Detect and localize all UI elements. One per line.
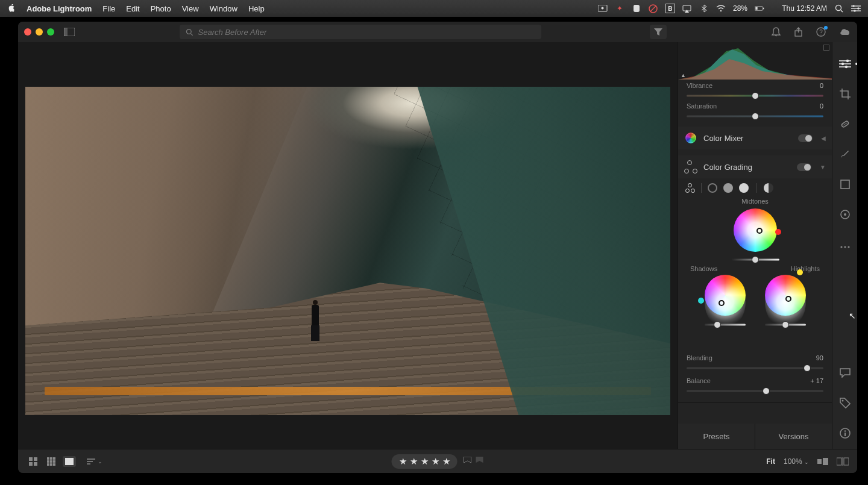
control-center-icon[interactable] [851, 4, 861, 13]
tool-info-icon[interactable] [838, 426, 852, 440]
saturation-row: Saturation0 [678, 100, 832, 120]
thumbnail-size-icon[interactable] [817, 458, 828, 465]
filter-button[interactable] [650, 25, 667, 39]
battery-icon[interactable] [755, 4, 764, 13]
tab-presets[interactable]: Presets [678, 424, 755, 449]
midtones-luminance-slider[interactable] [731, 255, 779, 264]
chevron-down-icon[interactable]: ▼ [820, 164, 826, 171]
blending-value[interactable]: 90 [816, 354, 823, 361]
cg-tab-global[interactable] [764, 183, 773, 193]
spotlight-icon[interactable] [834, 4, 844, 13]
svg-point-16 [857, 7, 860, 10]
tool-crop[interactable] [838, 87, 852, 101]
apple-icon[interactable] [7, 4, 16, 13]
svg-rect-63 [817, 459, 822, 464]
svg-rect-59 [65, 458, 74, 465]
highlights-wheel[interactable] [765, 275, 806, 329]
menubar-app-icon-1[interactable]: ✦ [615, 4, 624, 13]
menu-edit[interactable]: Edit [126, 4, 139, 13]
menu-window[interactable]: Window [210, 4, 237, 13]
svg-rect-66 [844, 458, 849, 465]
color-grading-toggle[interactable] [797, 163, 811, 171]
menu-file[interactable]: File [102, 4, 115, 13]
saturation-slider[interactable] [687, 112, 823, 120]
menu-help[interactable]: Help [248, 4, 265, 13]
view-single-icon[interactable] [63, 456, 76, 467]
vibrance-value[interactable]: 0 [820, 82, 823, 89]
tab-versions[interactable]: Versions [755, 424, 832, 449]
search-input[interactable] [198, 28, 535, 37]
compare-view-icon[interactable] [837, 457, 849, 466]
tool-more-icon[interactable] [838, 240, 852, 254]
menu-photo[interactable]: Photo [151, 4, 171, 13]
share-icon[interactable] [794, 27, 803, 37]
cg-tab-midtones[interactable] [723, 183, 733, 193]
search-bar[interactable] [180, 25, 541, 39]
cg-tab-highlights[interactable] [739, 183, 749, 193]
histogram-clip-left[interactable]: ▲ [681, 72, 686, 78]
svg-rect-45 [844, 433, 846, 436]
balance-value[interactable]: + 17 [810, 377, 823, 384]
tool-radial-gradient[interactable] [838, 207, 852, 222]
edited-photo [25, 87, 670, 415]
color-mixer-header[interactable]: Color Mixer ◀ [678, 127, 832, 149]
color-mixer-toggle[interactable] [798, 134, 813, 142]
saturation-value[interactable]: 0 [820, 102, 823, 110]
menubar-app-icon-4[interactable]: B [665, 4, 675, 13]
airplay-icon[interactable] [682, 4, 692, 13]
shadows-luminance-slider[interactable] [705, 321, 746, 329]
svg-rect-56 [47, 463, 49, 466]
svg-point-38 [844, 213, 846, 216]
battery-percent[interactable]: 28% [733, 4, 747, 13]
flag-pick-icon[interactable] [464, 457, 472, 466]
evernote-icon[interactable] [632, 4, 641, 13]
cloud-sync-icon[interactable] [839, 28, 851, 36]
tool-linear-gradient[interactable] [838, 177, 852, 192]
svg-rect-58 [53, 463, 55, 466]
histogram[interactable]: ▲ [678, 42, 832, 80]
menubar-clock[interactable]: Thu 12:52 AM [772, 4, 827, 13]
tool-tag-icon[interactable] [838, 396, 852, 410]
midtones-wheel[interactable] [734, 208, 777, 252]
flag-reject-icon[interactable] [476, 457, 484, 466]
tool-brush[interactable] [838, 147, 852, 161]
shadows-wheel[interactable] [705, 275, 746, 329]
notifications-icon[interactable] [772, 27, 781, 37]
cg-tab-shadows[interactable] [708, 183, 717, 193]
image-canvas[interactable] [18, 42, 678, 449]
color-grading-header[interactable]: Color Grading ▼ [678, 155, 832, 178]
highlights-luminance-slider[interactable] [765, 321, 806, 329]
sort-button[interactable]: ⌄ [87, 458, 102, 465]
svg-point-44 [844, 430, 845, 431]
window-traffic-lights[interactable] [24, 28, 54, 36]
tool-heal[interactable] [838, 117, 852, 131]
menu-view[interactable]: View [182, 4, 199, 13]
screencast-icon[interactable] [598, 4, 608, 13]
help-icon[interactable]: ? [816, 27, 826, 37]
tool-comments-icon[interactable] [838, 366, 852, 380]
menubar-app-icon-3[interactable] [649, 4, 658, 13]
view-grid-icon[interactable] [27, 456, 40, 467]
panel-toggle-icon[interactable] [64, 28, 75, 36]
zoom-fit[interactable]: Fit [766, 457, 775, 466]
wifi-icon[interactable] [716, 4, 726, 13]
cg-tab-3way[interactable] [685, 183, 695, 193]
svg-point-1 [601, 7, 603, 10]
blending-slider[interactable] [687, 364, 823, 372]
zoom-level[interactable]: 100% ⌄ [784, 457, 809, 466]
balance-slider[interactable] [687, 387, 823, 395]
star-rating[interactable]: ★★★★★ [392, 454, 458, 469]
vibrance-slider[interactable] [687, 92, 823, 100]
tool-edit[interactable] [838, 57, 852, 71]
svg-rect-53 [47, 460, 49, 463]
view-grid-small-icon[interactable] [45, 456, 58, 467]
macos-menubar: Adobe Lightroom File Edit Photo View Win… [0, 0, 868, 17]
app-name[interactable]: Adobe Lightroom [27, 4, 92, 13]
color-grading-view-tabs [678, 178, 832, 194]
bluetooth-icon[interactable] [699, 4, 709, 13]
highlights-label: Highlights [791, 265, 820, 272]
histogram-clip-right[interactable] [823, 45, 829, 51]
svg-point-39 [840, 246, 842, 248]
svg-line-11 [841, 10, 843, 12]
chevron-left-icon[interactable]: ◀ [821, 135, 826, 142]
